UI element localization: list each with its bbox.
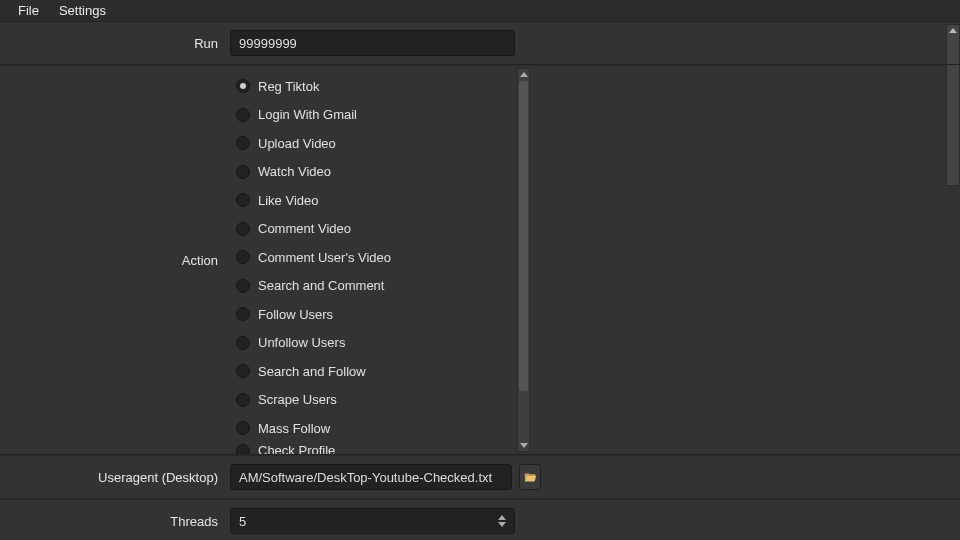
action-option[interactable]: Follow Users: [230, 300, 530, 329]
useragent-label: Useragent (Desktop): [0, 470, 230, 485]
scroll-up-icon: [520, 72, 528, 77]
radio-icon: [236, 222, 250, 236]
action-option-label: Comment User's Video: [258, 250, 391, 265]
action-option-label: Reg Tiktok: [258, 79, 319, 94]
action-label: Action: [0, 253, 230, 268]
folder-open-icon: [524, 471, 537, 484]
threads-row: Threads: [0, 499, 960, 540]
action-option-label: Check Profile: [258, 443, 335, 454]
chevron-up-icon: [498, 515, 506, 520]
run-label: Run: [0, 36, 230, 51]
radio-icon: [236, 136, 250, 150]
action-option-label: Login With Gmail: [258, 107, 357, 122]
action-option[interactable]: Unfollow Users: [230, 329, 530, 358]
run-row: Run: [0, 22, 960, 65]
action-option-label: Comment Video: [258, 221, 351, 236]
useragent-input[interactable]: [230, 464, 512, 490]
action-option-label: Watch Video: [258, 164, 331, 179]
radio-icon: [236, 79, 250, 93]
radio-icon: [236, 193, 250, 207]
action-option[interactable]: Search and Comment: [230, 272, 530, 301]
radio-icon: [236, 279, 250, 293]
threads-input[interactable]: [230, 508, 515, 534]
action-option-label: Search and Comment: [258, 278, 384, 293]
menu-file[interactable]: File: [8, 1, 49, 20]
radio-icon: [236, 364, 250, 378]
scroll-down-icon: [520, 443, 528, 448]
action-option-label: Upload Video: [258, 136, 336, 151]
browse-button[interactable]: [519, 464, 541, 490]
radio-icon: [236, 393, 250, 407]
menubar: File Settings: [0, 0, 960, 22]
threads-label: Threads: [0, 514, 230, 529]
scrollbar-thumb[interactable]: [519, 81, 528, 391]
radio-icon: [236, 444, 250, 455]
action-option-label: Mass Follow: [258, 421, 330, 436]
action-option[interactable]: Login With Gmail: [230, 101, 530, 130]
action-option[interactable]: Check Profile: [230, 443, 530, 455]
action-option[interactable]: Reg Tiktok: [230, 72, 530, 101]
action-option-label: Search and Follow: [258, 364, 366, 379]
action-scrollbar[interactable]: [517, 68, 530, 452]
action-option[interactable]: Scrape Users: [230, 386, 530, 415]
radio-icon: [236, 165, 250, 179]
menu-settings[interactable]: Settings: [49, 1, 116, 20]
action-option[interactable]: Like Video: [230, 186, 530, 215]
action-option-label: Like Video: [258, 193, 318, 208]
action-option[interactable]: Search and Follow: [230, 357, 530, 386]
radio-icon: [236, 307, 250, 321]
action-option-label: Unfollow Users: [258, 335, 345, 350]
threads-spinner[interactable]: [494, 509, 514, 533]
action-row: Action Reg TiktokLogin With GmailUpload …: [0, 65, 960, 455]
action-option[interactable]: Comment User's Video: [230, 243, 530, 272]
radio-icon: [236, 108, 250, 122]
action-option[interactable]: Mass Follow: [230, 414, 530, 443]
action-list: Reg TiktokLogin With GmailUpload VideoWa…: [230, 66, 530, 454]
action-option[interactable]: Watch Video: [230, 158, 530, 187]
run-input[interactable]: [230, 30, 515, 56]
useragent-row: Useragent (Desktop): [0, 455, 960, 499]
action-option-label: Scrape Users: [258, 392, 337, 407]
radio-icon: [236, 250, 250, 264]
action-option-label: Follow Users: [258, 307, 333, 322]
radio-icon: [236, 336, 250, 350]
action-option[interactable]: Comment Video: [230, 215, 530, 244]
chevron-down-icon: [498, 522, 506, 527]
main-panel: Run Action Reg TiktokLogin With GmailUpl…: [0, 22, 960, 540]
action-option[interactable]: Upload Video: [230, 129, 530, 158]
radio-icon: [236, 421, 250, 435]
